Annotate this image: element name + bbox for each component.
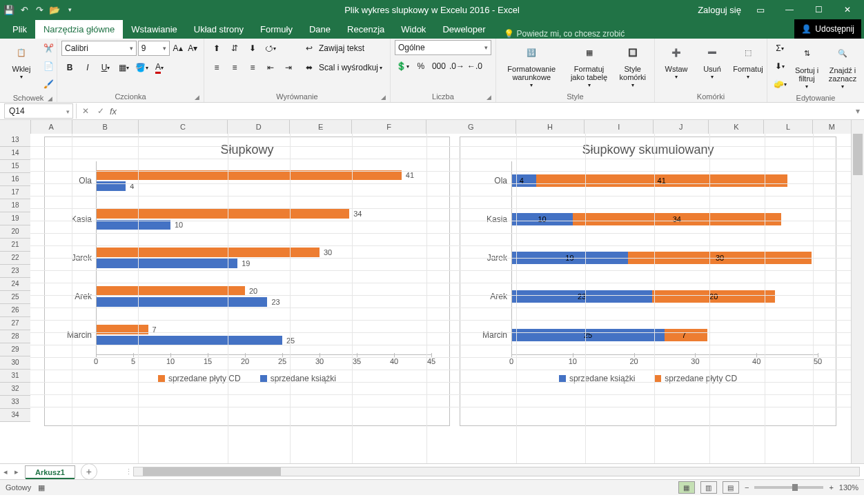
fx-icon[interactable]: fx: [110, 106, 117, 117]
sheet-nav-last-icon[interactable]: ▸: [11, 467, 22, 476]
border-icon[interactable]: ▦▾: [115, 59, 132, 76]
copy-icon[interactable]: 📄: [40, 58, 57, 74]
row-header[interactable]: 27: [0, 317, 31, 330]
row-header[interactable]: 19: [0, 212, 31, 225]
new-sheet-button[interactable]: +: [81, 463, 97, 480]
zoom-out-button[interactable]: −: [745, 483, 749, 492]
row-header[interactable]: 17: [0, 186, 31, 199]
row-header[interactable]: 16: [0, 173, 31, 186]
indent-decrease-icon[interactable]: ⇤: [262, 59, 279, 76]
page-break-view-icon[interactable]: ▤: [723, 481, 739, 494]
sheet-tab[interactable]: Arkusz1: [25, 465, 75, 478]
column-header[interactable]: E: [290, 120, 352, 134]
row-header[interactable]: 31: [0, 370, 31, 383]
align-left-icon[interactable]: ≡: [208, 59, 225, 76]
dialog-launcher-icon[interactable]: ◢: [195, 94, 199, 101]
align-bottom-icon[interactable]: ⬇: [244, 40, 261, 57]
format-as-table-button[interactable]: ▦Formatuj jako tabelę▾: [564, 40, 613, 90]
vertical-scrollbar[interactable]: [851, 120, 864, 463]
tab-layout[interactable]: Układ strony: [186, 20, 252, 39]
row-header[interactable]: 24: [0, 278, 31, 291]
insert-cells-button[interactable]: ➕Wstaw▾: [659, 40, 694, 82]
column-header[interactable]: C: [139, 120, 228, 134]
dialog-launcher-icon[interactable]: ◢: [487, 94, 491, 101]
row-header[interactable]: 15: [0, 160, 31, 173]
horizontal-scrollbar[interactable]: [133, 467, 860, 476]
row-header[interactable]: 14: [0, 147, 31, 160]
row-header[interactable]: 26: [0, 304, 31, 317]
open-icon[interactable]: 📂: [48, 3, 61, 16]
comma-icon[interactable]: 000: [431, 58, 447, 74]
zoom-level[interactable]: 130%: [839, 483, 858, 492]
row-header[interactable]: 25: [0, 291, 31, 304]
font-color-icon[interactable]: A▾: [151, 59, 168, 76]
font-name-combo[interactable]: Calibri: [61, 41, 137, 56]
row-header[interactable]: 23: [0, 265, 31, 278]
cell-styles-button[interactable]: 🔲Style komórki▾: [616, 40, 650, 90]
underline-button[interactable]: U▾: [97, 59, 114, 76]
column-header[interactable]: D: [228, 120, 290, 134]
row-header[interactable]: 32: [0, 383, 31, 396]
row-header[interactable]: 28: [0, 330, 31, 343]
ribbon-options-icon[interactable]: ▭: [747, 0, 774, 19]
tab-home[interactable]: Narzędzia główne: [35, 20, 123, 39]
column-header[interactable]: J: [654, 120, 709, 134]
increase-decimal-icon[interactable]: .0→: [449, 58, 465, 74]
italic-button[interactable]: I: [79, 59, 96, 76]
tab-developer[interactable]: Deweloper: [434, 20, 493, 39]
dialog-launcher-icon[interactable]: ◢: [381, 94, 386, 101]
format-cells-button[interactable]: ⬚Formatuj▾: [731, 40, 765, 82]
dialog-launcher-icon[interactable]: ◢: [48, 95, 52, 102]
fill-icon[interactable]: ⬇▾: [772, 58, 788, 74]
close-icon[interactable]: ✕: [834, 0, 861, 19]
column-header[interactable]: G: [426, 120, 516, 134]
cut-icon[interactable]: ✂️: [40, 40, 57, 57]
column-header[interactable]: B: [72, 120, 139, 134]
tab-file[interactable]: Plik: [4, 20, 35, 39]
row-header[interactable]: 29: [0, 343, 31, 356]
tab-view[interactable]: Widok: [393, 20, 434, 39]
column-header[interactable]: A: [31, 120, 72, 134]
maximize-icon[interactable]: ☐: [805, 0, 832, 19]
align-middle-icon[interactable]: ⇵: [226, 40, 243, 57]
qat-dropdown-icon[interactable]: ▾: [63, 3, 76, 16]
normal-view-icon[interactable]: ▦: [678, 481, 695, 494]
column-header[interactable]: F: [352, 120, 426, 134]
conditional-format-button[interactable]: 🔢Formatowanie warunkowe▾: [500, 40, 563, 90]
row-header[interactable]: 21: [0, 239, 31, 252]
select-all-corner[interactable]: [0, 120, 31, 134]
undo-icon[interactable]: ↶: [18, 3, 30, 16]
sheet-nav-first-icon[interactable]: ◂: [0, 467, 11, 476]
sort-filter-button[interactable]: ⇅Sortuj i filtruj▾: [789, 41, 824, 92]
shrink-font-icon[interactable]: A▾: [186, 40, 199, 57]
page-layout-view-icon[interactable]: ▥: [700, 481, 717, 494]
clear-icon[interactable]: 🧽▾: [772, 76, 788, 92]
tell-me-search[interactable]: 💡 Powiedz mi, co chcesz zrobić: [504, 29, 625, 39]
decrease-decimal-icon[interactable]: ←.0: [467, 58, 483, 74]
redo-icon[interactable]: ↷: [33, 3, 46, 16]
name-box[interactable]: Q14: [4, 103, 73, 119]
minimize-icon[interactable]: —: [776, 0, 803, 19]
column-header[interactable]: H: [516, 120, 585, 134]
paste-button[interactable]: 📋 Wklej▾: [4, 40, 39, 82]
row-header[interactable]: 20: [0, 225, 31, 239]
find-select-button[interactable]: 🔍Znajdź i zaznacz▾: [825, 41, 860, 92]
tab-review[interactable]: Recenzja: [339, 20, 393, 39]
zoom-in-button[interactable]: +: [829, 483, 833, 492]
share-button[interactable]: 👤Udostępnij: [794, 19, 861, 39]
tab-formulas[interactable]: Formuły: [252, 20, 301, 39]
expand-formula-bar-icon[interactable]: ▾: [852, 106, 864, 116]
merge-center-button[interactable]: ⬌Scal i wyśrodkuj▾: [301, 59, 382, 76]
column-header[interactable]: I: [585, 120, 654, 134]
row-header[interactable]: 18: [0, 199, 31, 212]
column-header[interactable]: M: [813, 120, 852, 134]
grow-font-icon[interactable]: A▴: [171, 40, 185, 57]
format-painter-icon[interactable]: 🖌️: [40, 76, 57, 92]
tab-data[interactable]: Dane: [301, 20, 339, 39]
macro-recorder-icon[interactable]: ▦: [38, 483, 45, 492]
row-header[interactable]: 34: [0, 409, 31, 422]
number-format-combo[interactable]: Ogólne: [395, 40, 491, 55]
align-center-icon[interactable]: ≡: [226, 59, 243, 76]
row-header[interactable]: 13: [0, 134, 31, 147]
orientation-icon[interactable]: ⭯▾: [262, 40, 279, 57]
